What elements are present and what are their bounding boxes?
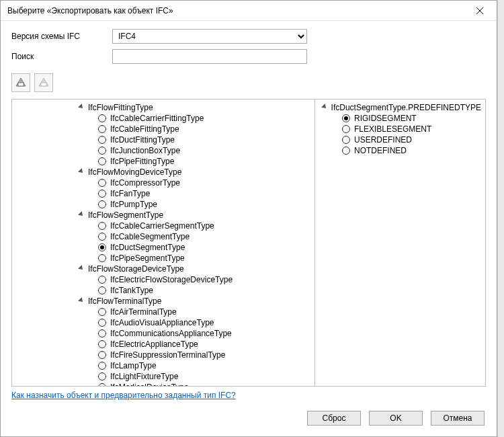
tree-item-label: IfcPipeSegmentType <box>110 253 185 263</box>
tree-item-label: IfcPipeFittingType <box>110 157 174 166</box>
tree-item-label: IfcTankType <box>110 286 153 295</box>
tree-item[interactable]: IfcPipeFittingType <box>98 156 314 167</box>
radio-icon <box>98 147 106 155</box>
ok-button[interactable]: OK <box>369 411 423 426</box>
tree-item-label: IfcElectricFlowStorageDeviceType <box>110 275 233 284</box>
tool-expand-button[interactable] <box>11 73 30 92</box>
right-tree-item[interactable]: NOTDEFINED <box>342 145 481 156</box>
tree-item[interactable]: IfcLightFixtureType <box>98 371 314 382</box>
button-row: Сброс OK Отмена <box>11 405 486 434</box>
radio-icon <box>98 276 106 284</box>
right-tree-item[interactable]: FLEXIBLESEGMENT <box>342 124 481 134</box>
tree-item-label: IfcCableCarrierSegmentType <box>110 221 214 231</box>
tree-group-header[interactable]: IfcFlowStorageDeviceType <box>79 264 314 274</box>
radio-icon <box>98 243 106 251</box>
building-grey-icon <box>38 77 50 89</box>
version-select[interactable]: IFC4 <box>112 29 307 44</box>
right-tree-item-label: FLEXIBLESEGMENT <box>354 124 431 134</box>
cancel-button[interactable]: Отмена <box>431 411 485 426</box>
tree-group-label: IfcFlowMovingDeviceType <box>88 167 181 177</box>
tree-group-label: IfcFlowTerminalType <box>88 296 161 306</box>
tree-item-label: IfcCableSegmentType <box>110 232 190 241</box>
radio-icon <box>98 372 106 381</box>
radio-icon <box>98 125 106 133</box>
panes: IfcFlowFittingTypeIfcCableCarrierFitting… <box>11 99 486 387</box>
radio-icon <box>98 222 106 230</box>
tree-group-header[interactable]: IfcFlowSegmentType <box>79 210 314 221</box>
tree-item-label: IfcFanType <box>110 189 150 198</box>
parent-scrollbar <box>497 0 504 437</box>
left-tree-pane[interactable]: IfcFlowFittingTypeIfcCableCarrierFitting… <box>12 100 314 386</box>
tree-item[interactable]: IfcFireSuppressionTerminalType <box>98 350 314 360</box>
tree-item-label: IfcLampType <box>110 361 157 370</box>
expander-icon <box>322 104 329 111</box>
radio-icon <box>98 308 106 316</box>
radio-icon <box>342 136 350 144</box>
tree-item-label: IfcPumpType <box>110 200 157 209</box>
right-tree-item[interactable]: USERDEFINED <box>342 134 481 145</box>
radio-icon <box>342 125 350 133</box>
expander-icon <box>79 298 85 305</box>
tree-item[interactable]: IfcElectricFlowStorageDeviceType <box>98 274 314 285</box>
tree-item-label: IfcLightFixtureType <box>110 372 178 381</box>
tree-group-header[interactable]: IfcFlowTerminalType <box>79 296 314 307</box>
expander-icon <box>79 169 85 175</box>
right-tree-item-label: USERDEFINED <box>354 135 412 145</box>
tree-item-label: IfcJunctionBoxType <box>110 146 180 155</box>
tree-item[interactable]: IfcPipeSegmentType <box>98 253 314 264</box>
radio-icon <box>98 286 106 294</box>
tree-item[interactable]: IfcDuctSegmentType <box>98 242 314 253</box>
right-tree-item-label: NOTDEFINED <box>354 146 407 155</box>
tree-item-label: IfcCableFittingType <box>110 124 179 134</box>
tree-item[interactable]: IfcLampType <box>98 360 314 371</box>
tree-item[interactable]: IfcCableSegmentType <box>98 231 314 242</box>
tree-item[interactable]: IfcAirTerminalType <box>98 307 314 317</box>
expander-icon <box>79 104 85 111</box>
close-button[interactable] <box>470 3 490 19</box>
titlebar: Выберите «Экспортировать как объект IFC» <box>1 1 497 21</box>
tree-item[interactable]: IfcJunctionBoxType <box>98 145 314 156</box>
radio-icon <box>98 114 106 122</box>
tree-group-header[interactable]: IfcFlowFittingType <box>79 102 314 113</box>
tree-item[interactable]: IfcAudioVisualApplianceType <box>98 317 314 328</box>
tree-item-label: IfcAudioVisualApplianceType <box>110 318 214 327</box>
reset-button[interactable]: Сброс <box>307 411 361 426</box>
tree-item[interactable]: IfcPumpType <box>98 199 314 210</box>
dialog-window: Выберите «Экспортировать как объект IFC»… <box>0 0 497 437</box>
tree-item-label: IfcCableCarrierFittingType <box>110 114 204 123</box>
help-link[interactable]: Как назначить объект и предварительно за… <box>11 391 236 400</box>
right-tree-header[interactable]: IfcDuctSegmentType.PREDEFINEDTYPE <box>322 102 481 113</box>
building-icon <box>15 77 27 89</box>
close-icon <box>476 7 483 14</box>
search-input[interactable] <box>112 49 307 64</box>
radio-icon <box>98 136 106 144</box>
tree-item-label: IfcDuctFittingType <box>110 135 175 145</box>
toolbar <box>11 73 486 92</box>
radio-icon <box>98 200 106 208</box>
tree-item[interactable]: IfcDuctFittingType <box>98 134 314 145</box>
radio-icon <box>98 254 106 262</box>
tree-item[interactable]: IfcElectricApplianceType <box>98 339 314 350</box>
tool-collapse-button[interactable] <box>34 73 53 92</box>
tree-item[interactable]: IfcTankType <box>98 285 314 296</box>
right-tree-pane[interactable]: IfcDuctSegmentType.PREDEFINEDTYPERIGIDSE… <box>314 100 485 386</box>
right-tree-item-label: RIGIDSEGMENT <box>354 114 417 123</box>
svg-rect-3 <box>18 83 24 86</box>
tree-item[interactable]: IfcMedicalDeviceType <box>98 382 314 386</box>
radio-icon <box>98 233 106 241</box>
radio-icon <box>98 383 106 386</box>
radio-icon <box>342 147 350 155</box>
tree-group-header[interactable]: IfcFlowMovingDeviceType <box>79 167 314 177</box>
version-row: Версия схемы IFC IFC4 <box>11 29 486 44</box>
tree-item[interactable]: IfcCableFittingType <box>98 124 314 134</box>
tree-item[interactable]: IfcCommunicationsApplianceType <box>98 328 314 339</box>
search-label: Поиск <box>11 52 112 61</box>
tree-item[interactable]: IfcFanType <box>98 188 314 199</box>
tree-item-label: IfcMedicalDeviceType <box>110 383 189 386</box>
help-link-row: Как назначить объект и предварительно за… <box>11 387 486 405</box>
tree-item[interactable]: IfcCompressorType <box>98 177 314 188</box>
tree-item-label: IfcCompressorType <box>110 178 180 188</box>
tree-item[interactable]: IfcCableCarrierFittingType <box>98 113 314 124</box>
right-tree-item[interactable]: RIGIDSEGMENT <box>342 113 481 124</box>
tree-item[interactable]: IfcCableCarrierSegmentType <box>98 221 314 231</box>
